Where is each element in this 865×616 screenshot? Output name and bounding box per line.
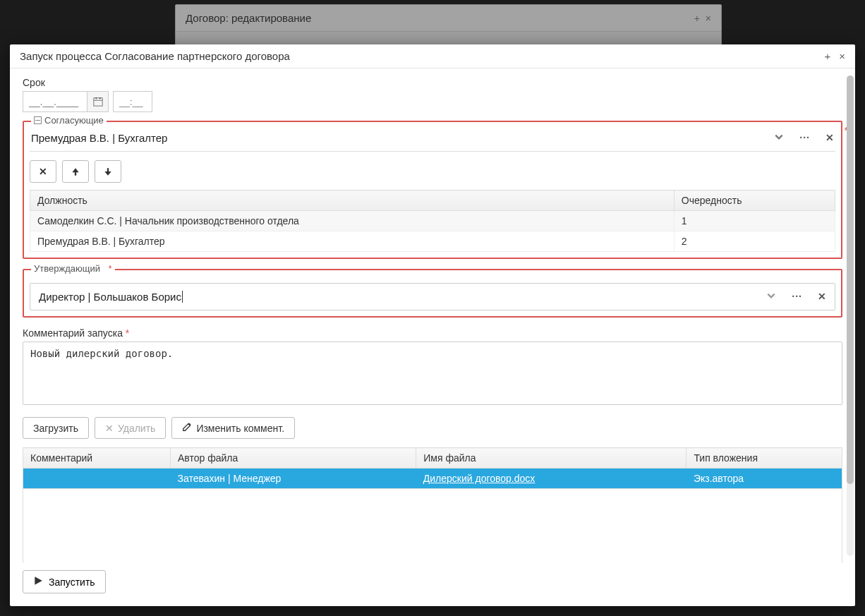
deadline-row — [23, 91, 842, 112]
col-comment: Комментарий — [23, 448, 171, 469]
table-row[interactable]: Премудрая В.В. | Бухгалтер 2 — [30, 231, 835, 252]
approver-selected-value[interactable]: Премудрая В.В. | Бухгалтер — [31, 132, 774, 144]
edit-comment-button[interactable]: Изменить коммент. — [171, 417, 295, 439]
modal-close-icon[interactable]: × — [839, 50, 845, 62]
col-author: Автор файла — [170, 448, 416, 469]
scrollbar-thumb[interactable] — [847, 76, 854, 484]
ellipsis-icon[interactable]: ··· — [792, 291, 802, 303]
final-approver-label: Утверждающий — [34, 263, 100, 274]
table-row[interactable]: Самоделкин С.С. | Начальник производстве… — [30, 211, 835, 231]
cell-position: Самоделкин С.С. | Начальник производстве… — [30, 211, 675, 231]
approvers-table: Должность Очередность Самоделкин С.С. | … — [30, 190, 835, 252]
clear-icon[interactable]: ✕ — [825, 132, 834, 144]
modal-body: Срок * Согласующие Премудрая В.В. | Бухг… — [10, 68, 855, 563]
comment-label-text: Комментарий запуска — [23, 327, 123, 339]
final-approver-select[interactable]: Директор | Большаков Борис ··· ✕ — [30, 283, 835, 310]
final-approver-value: Директор | Большаков Борис — [39, 291, 766, 303]
clear-icon[interactable]: ✕ — [818, 291, 826, 303]
col-attachment-type: Тип вложения — [686, 448, 842, 469]
required-asterisk: * — [126, 327, 129, 339]
file-type-cell: Экз.автора — [686, 469, 842, 489]
cell-order: 1 — [674, 211, 835, 231]
approvers-fieldset: * Согласующие Премудрая В.В. | Бухгалтер… — [23, 121, 842, 259]
move-up-button[interactable] — [62, 160, 89, 183]
attachment-buttons: Загрузить ✕ Удалить Изменить коммент. — [23, 417, 842, 439]
files-table: Комментарий Автор файла Имя файла Тип вл… — [23, 447, 842, 489]
required-asterisk: * — [109, 263, 112, 274]
cell-order: 2 — [674, 231, 835, 252]
delete-x-icon: ✕ — [105, 423, 114, 434]
delete-button: ✕ Удалить — [95, 417, 166, 439]
col-position: Должность — [30, 191, 675, 211]
process-start-modal: Запуск процесса Согласование партнерског… — [10, 44, 855, 606]
modal-footer: Запустить — [10, 563, 855, 606]
deadline-time-input[interactable] — [113, 91, 152, 112]
approvers-legend-text: Согласующие — [44, 115, 104, 126]
collapse-icon[interactable] — [34, 116, 42, 124]
file-name-cell: Дилерский договор.docx — [416, 469, 686, 489]
edit-comment-label: Изменить коммент. — [196, 423, 284, 434]
ellipsis-icon[interactable]: ··· — [799, 132, 810, 144]
file-row[interactable]: Затевахин | Менеджер Дилерский договор.d… — [23, 469, 842, 489]
run-button[interactable]: Запустить — [23, 570, 106, 593]
col-order: Очередность — [674, 191, 835, 211]
deadline-date-input[interactable] — [23, 91, 87, 112]
files-empty-area — [23, 489, 842, 563]
pencil-icon — [182, 422, 192, 434]
files-table-header: Комментарий Автор файла Имя файла Тип вл… — [23, 448, 842, 469]
approver-select-controls: ··· ✕ — [774, 132, 834, 144]
run-label: Запустить — [49, 576, 95, 588]
modal-header-controls: + × — [824, 50, 845, 62]
deadline-label: Срок — [23, 77, 842, 88]
chevron-down-icon[interactable] — [774, 132, 784, 144]
final-approver-fieldset: Утверждающий * Директор | Большаков Бори… — [23, 269, 842, 318]
approvers-table-header: Должность Очередность — [30, 191, 835, 211]
cell-position: Премудрая В.В. | Бухгалтер — [30, 231, 675, 252]
modal-title: Запуск процесса Согласование партнерског… — [20, 50, 290, 62]
upload-button[interactable]: Загрузить — [23, 417, 89, 439]
scrollbar[interactable] — [847, 76, 854, 556]
calendar-svg-icon — [93, 97, 103, 107]
file-author-cell: Затевахин | Менеджер — [170, 469, 416, 489]
remove-button[interactable]: ✕ — [30, 160, 56, 183]
file-link[interactable]: Дилерский договор.docx — [423, 473, 536, 484]
modal-header: Запуск процесса Согласование партнерског… — [10, 44, 855, 68]
move-down-button[interactable] — [95, 160, 121, 183]
calendar-icon[interactable] — [87, 91, 109, 112]
final-approver-value-text: Директор | Большаков Борис — [39, 291, 181, 303]
modal-plus-icon[interactable]: + — [824, 50, 830, 62]
comment-textarea[interactable] — [23, 342, 842, 405]
chevron-down-icon[interactable] — [766, 291, 776, 303]
approver-order-buttons: ✕ — [30, 160, 835, 183]
svg-rect-0 — [93, 98, 102, 106]
final-approver-controls: ··· ✕ — [766, 291, 826, 303]
final-approver-legend: Утверждающий * — [31, 263, 115, 274]
col-filename: Имя файла — [416, 448, 686, 469]
comment-label: Комментарий запуска * — [23, 327, 842, 339]
delete-label: Удалить — [118, 423, 155, 434]
text-cursor — [182, 291, 183, 303]
approver-select-row: Премудрая В.В. | Бухгалтер ··· ✕ — [30, 129, 835, 152]
play-icon — [33, 576, 43, 588]
approvers-legend: Согласующие — [31, 115, 107, 126]
file-comment-cell — [23, 469, 171, 489]
